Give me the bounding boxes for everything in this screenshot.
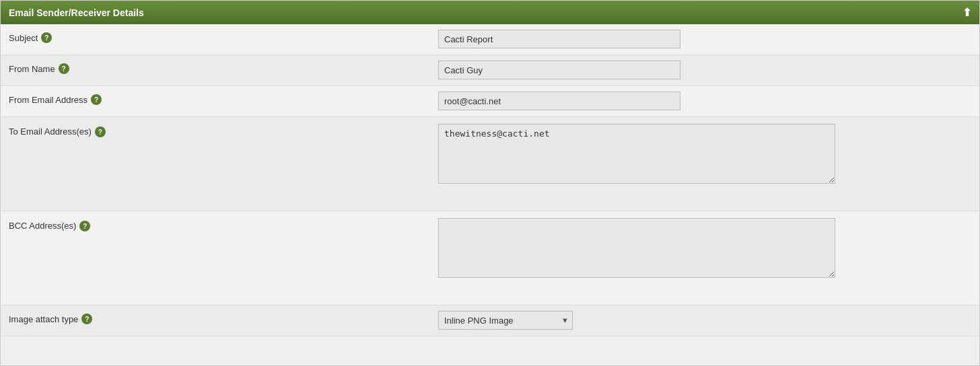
subject-label-cell: Subject ? [1, 24, 431, 51]
to-email-input-cell: thewitness@cacti.net [431, 117, 979, 189]
image-attach-type-input-cell: Inline PNG Image Attached PNG Image Inli… [431, 305, 979, 335]
bcc-label-cell: BCC Address(es) ? [1, 211, 431, 240]
to-email-help-icon[interactable]: ? [95, 126, 106, 137]
image-attach-type-select-wrapper: Inline PNG Image Attached PNG Image Inli… [438, 311, 573, 330]
bcc-help-icon[interactable]: ? [79, 221, 90, 231]
from-email-label: From Email Address [9, 95, 88, 105]
image-attach-type-select[interactable]: Inline PNG Image Attached PNG Image Inli… [438, 311, 573, 330]
subject-input-cell [431, 24, 979, 54]
to-email-label: To Email Address(es) [9, 126, 92, 137]
from-email-input-cell [431, 86, 979, 116]
to-email-row: To Email Address(es) ? thewitness@cacti.… [1, 117, 979, 211]
from-email-help-icon[interactable]: ? [91, 94, 102, 105]
to-email-label-cell: To Email Address(es) ? [1, 117, 431, 145]
bcc-label: BCC Address(es) [9, 221, 76, 231]
subject-label: Subject [9, 33, 38, 43]
from-name-row: From Name ? [1, 55, 979, 86]
image-attach-type-help-icon[interactable]: ? [81, 314, 92, 324]
image-attach-type-label: Image attach type [9, 314, 78, 324]
email-sender-receiver-panel: Email Sender/Receiver Details ⬆ Subject … [0, 0, 980, 366]
panel-title: Email Sender/Receiver Details [9, 7, 144, 18]
bcc-row: BCC Address(es) ? [1, 211, 979, 305]
subject-input[interactable] [438, 30, 680, 48]
from-email-input[interactable] [438, 92, 680, 110]
bcc-input-cell [431, 211, 979, 283]
collapse-icon[interactable]: ⬆ [963, 6, 971, 19]
from-name-input[interactable] [438, 61, 680, 79]
subject-row: Subject ? [1, 24, 979, 55]
from-name-label-cell: From Name ? [1, 55, 431, 82]
bcc-textarea[interactable] [438, 218, 835, 278]
to-email-textarea[interactable]: thewitness@cacti.net [438, 124, 835, 184]
subject-help-icon[interactable]: ? [41, 32, 52, 43]
form-body: Subject ? From Name ? From Email Address… [1, 24, 979, 336]
image-attach-type-row: Image attach type ? Inline PNG Image Att… [1, 305, 979, 336]
from-name-input-cell [431, 55, 979, 85]
panel-header: Email Sender/Receiver Details ⬆ [1, 1, 979, 24]
image-attach-type-label-cell: Image attach type ? [1, 305, 431, 332]
from-name-label: From Name [9, 64, 55, 74]
from-email-row: From Email Address ? [1, 86, 979, 117]
from-name-help-icon[interactable]: ? [59, 63, 69, 74]
from-email-label-cell: From Email Address ? [1, 86, 431, 113]
